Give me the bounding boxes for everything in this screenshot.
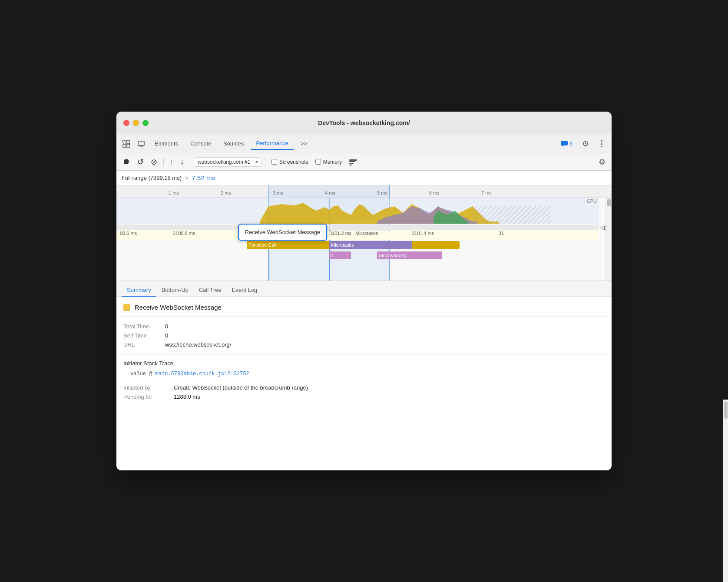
stack-trace-link[interactable]: main.5780db4e.chunk.js:2:32752 — [156, 371, 249, 377]
minimize-button[interactable] — [133, 120, 139, 126]
screenshots-checkbox-label[interactable]: Screenshots — [269, 159, 311, 165]
memory-label: Memory — [323, 159, 342, 165]
svg-rect-7 — [561, 141, 567, 145]
time-label-3100: 3100.8 ms — [173, 231, 195, 236]
tick-7ms: 7 ms — [481, 190, 492, 195]
tab-console[interactable]: Console — [185, 138, 216, 149]
inspector-icon-btn[interactable] — [120, 138, 133, 149]
settings-btn[interactable]: ⚙ — [579, 137, 592, 150]
current-range-value: 7.52 ms — [192, 174, 215, 182]
settings-icon: ⚙ — [582, 139, 589, 149]
time-label-006: 00.6 ms — [120, 231, 137, 236]
svg-rect-2 — [123, 144, 126, 147]
message-icon — [561, 141, 568, 147]
tick-2ms: 2 ms — [221, 190, 231, 195]
time-label-31: 31 — [499, 231, 504, 236]
memory-checkbox[interactable] — [315, 159, 321, 165]
tab-bottom-up[interactable]: Bottom-Up — [156, 284, 194, 297]
svg-rect-9 — [349, 161, 355, 162]
tooltip-popup: Receive WebSocket Message — [238, 224, 327, 241]
url-label: URL — [123, 341, 158, 348]
time-label-microtasks: Microtasks — [355, 231, 378, 236]
self-time-label: Self Time — [123, 332, 158, 339]
initiator-row: Initiated by Create WebSocket (outside o… — [123, 383, 605, 392]
more-menu-btn[interactable]: ⋮ — [595, 137, 608, 150]
record-icon: ⏺ — [122, 157, 130, 166]
cpu-chart-area: CPU — [116, 198, 599, 224]
url-row: URL wss://echo.websocket.org/ — [123, 340, 605, 349]
svg-rect-1 — [127, 140, 130, 143]
more-icon: ⋮ — [598, 139, 606, 149]
screenshots-label: Screenshots — [279, 159, 308, 165]
maximize-button[interactable] — [142, 120, 149, 126]
device-icon — [137, 140, 145, 148]
reload-btn[interactable]: ↺ — [135, 155, 146, 169]
total-time-label: Total Time — [123, 323, 158, 330]
inspector-icon — [122, 140, 130, 148]
download-btn[interactable]: ↓ — [178, 156, 186, 168]
range-bar: Full range (7899.18 ms) > 7.52 ms — [116, 171, 612, 185]
svg-rect-0 — [123, 140, 126, 143]
window-title: DevTools - websocketking.com/ — [318, 119, 410, 126]
perf-settings-icon: ⚙ — [599, 157, 606, 167]
cpu-chart — [116, 198, 599, 224]
svg-rect-8 — [349, 159, 357, 161]
perf-settings-btn[interactable]: ⚙ — [596, 155, 608, 169]
self-time-value: 0 — [165, 332, 168, 339]
flame-row-2[interactable]: d… (anonymous) — [116, 251, 599, 261]
performance-toolbar: ⏺ ↺ ⊘ ↑ ↓ websocketking.com #1 ▼ — [116, 153, 612, 171]
tick-3ms: 3 ms — [273, 190, 283, 195]
upload-btn[interactable]: ↑ — [167, 156, 176, 168]
flame-cell-anonymous[interactable]: (anonymous) — [377, 251, 442, 259]
event-color-dot — [123, 304, 130, 311]
svg-rect-11 — [349, 165, 352, 165]
event-header: Receive WebSocket Message — [116, 297, 612, 317]
upload-icon: ↑ — [170, 158, 173, 166]
stack-trace-title: Initiator Stack Trace — [123, 360, 605, 367]
tab-more[interactable]: >> — [295, 138, 312, 149]
time-label-3101-4: 3101.4 ms — [412, 231, 434, 236]
nav-bar: Elements Console Sources Performance >> … — [116, 134, 612, 153]
pending-value: 1288.0 ms — [174, 394, 200, 400]
toolbar-sep-3 — [265, 158, 265, 166]
tab-performance[interactable]: Performance — [251, 137, 294, 150]
tab-event-log[interactable]: Event Log — [227, 284, 263, 297]
tick-1ms: 1 ms — [169, 190, 179, 195]
timeline-area[interactable]: 1 ms 2 ms 3 ms 4 ms 5 ms 6 ms 7 ms — [116, 185, 612, 281]
tab-summary[interactable]: Summary — [122, 284, 156, 297]
svg-rect-4 — [138, 141, 144, 146]
svg-rect-10 — [349, 163, 354, 164]
tick-5ms: 5 ms — [377, 190, 387, 195]
screenshots-checkbox[interactable] — [271, 159, 277, 165]
tab-call-tree[interactable]: Call Tree — [194, 284, 227, 297]
total-time-row: Total Time 0 — [123, 322, 605, 331]
tab-sources[interactable]: Sources — [218, 138, 249, 149]
initiator-label: Initiated by — [123, 384, 167, 391]
tick-6ms: 6 ms — [429, 190, 440, 195]
nav-right: 3 ⚙ ⋮ — [557, 137, 608, 150]
clear-btn[interactable]: ⊘ — [148, 155, 160, 169]
toolbar-sep-2 — [190, 158, 190, 166]
tab-elements[interactable]: Elements — [149, 138, 183, 149]
close-button[interactable] — [123, 120, 129, 126]
full-range-label: Full range (7899.18 ms) — [122, 175, 182, 181]
flame-cell-d[interactable]: d… — [329, 251, 351, 259]
flame-row-1[interactable]: Function Call Microtasks — [116, 241, 599, 251]
memory-checkbox-label[interactable]: Memory — [313, 159, 344, 165]
device-toolbar-btn[interactable] — [135, 138, 148, 149]
source-select[interactable]: websocketking.com #1 — [194, 157, 261, 167]
pending-label: Pending for — [123, 394, 167, 400]
bottom-tabs: Summary Bottom-Up Call Tree Event Log — [116, 281, 612, 297]
messages-badge-btn[interactable]: 3 — [557, 139, 576, 149]
cleanup-btn[interactable] — [346, 156, 360, 168]
tick-4ms: 4 ms — [325, 190, 335, 195]
record-btn[interactable]: ⏺ — [120, 155, 133, 168]
url-value: wss://echo.websocket.org/ — [165, 341, 231, 348]
timeline-scrollbar[interactable] — [606, 198, 612, 281]
total-time-value: 0 — [165, 323, 168, 330]
messages-count: 3 — [569, 140, 572, 147]
scrollbar-thumb[interactable] — [607, 199, 611, 206]
timeline-ruler: 1 ms 2 ms 3 ms 4 ms 5 ms 6 ms 7 ms — [116, 185, 612, 198]
flame-cell-microtasks[interactable]: Microtasks — [329, 241, 412, 249]
time-labels-row: 00.6 ms 3100.8 ms 101.0 ms ction Call 31… — [116, 231, 599, 240]
